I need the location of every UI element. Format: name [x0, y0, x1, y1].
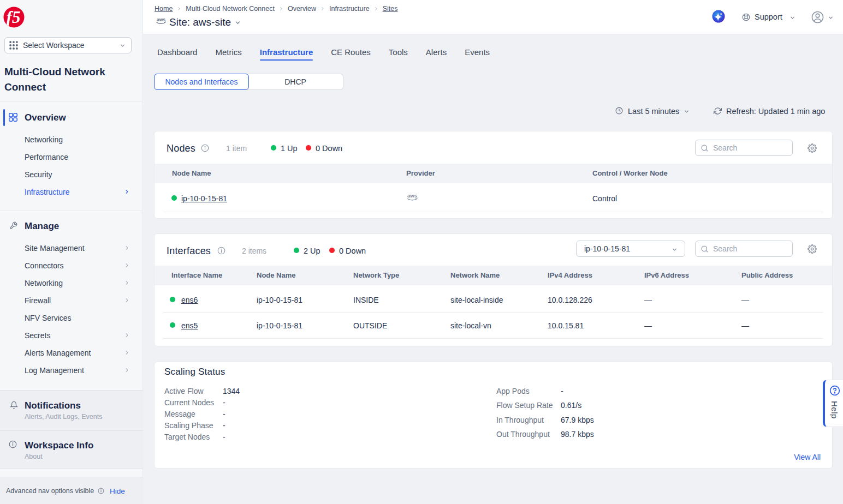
svg-text:f5: f5: [7, 8, 21, 27]
svg-text:aws: aws: [407, 193, 417, 199]
svg-text:aws: aws: [157, 17, 165, 22]
